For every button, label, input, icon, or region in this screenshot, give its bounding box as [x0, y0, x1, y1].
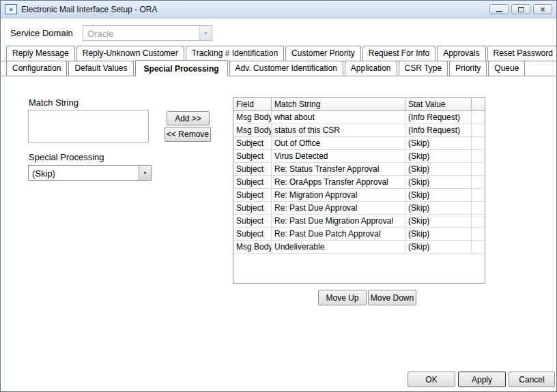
table-row[interactable]: SubjectRe: Past Due Approval(Skip) — [233, 202, 485, 215]
column-header-field[interactable]: Field — [233, 98, 272, 111]
tab-application[interactable]: Application — [345, 61, 397, 76]
cell-field: Subject — [233, 163, 272, 175]
table-row[interactable]: SubjectRe: Status Transfer Approval(Skip… — [233, 163, 485, 176]
window-title: Electronic Mail Interface Setup - ORA — [21, 5, 157, 14]
tab-approvals[interactable]: Approvals — [437, 46, 485, 61]
close-button[interactable]: × — [533, 4, 552, 14]
cell-field: Msg Body — [233, 111, 272, 123]
window-controls: × — [489, 4, 552, 14]
cell-match-string: Virus Detected — [272, 150, 405, 162]
cell-field: Subject — [233, 137, 272, 149]
cell-stat-value: (Skip) — [405, 150, 472, 162]
cell-match-string: Undeliverable — [272, 241, 405, 253]
cell-match-string: status of this CSR — [272, 124, 405, 136]
service-domain-combo: Oracle ▼ — [83, 25, 212, 41]
special-processing-combo[interactable]: (Skip) ▼ — [28, 165, 152, 181]
tab-customer-priority[interactable]: Customer Priority — [285, 46, 361, 61]
service-domain-value: Oracle — [83, 26, 199, 40]
tab-queue[interactable]: Queue — [488, 61, 525, 76]
table-row[interactable]: Msg BodyUndeliverable(Skip) — [233, 241, 485, 254]
cell-stat-value: (Skip) — [405, 189, 472, 201]
tab-control: Reply MessageReply-Unknown CustomerTrack… — [1, 46, 556, 78]
cell-match-string: Re: Status Transfer Approval — [272, 163, 405, 175]
cell-match-string: what about — [272, 111, 405, 123]
titlebar[interactable]: » Electronic Mail Interface Setup - ORA … — [1, 1, 556, 18]
cell-field: Msg Body — [233, 241, 272, 253]
cell-field: Subject — [233, 176, 272, 188]
cell-match-string: Out of Office — [272, 137, 405, 149]
tab-reset-password[interactable]: Reset Password — [487, 46, 557, 61]
tab-configuration[interactable]: Configuration — [6, 61, 67, 76]
cell-stat-value: (Skip) — [405, 137, 472, 149]
close-icon: × — [540, 5, 545, 14]
dialog-window: » Electronic Mail Interface Setup - ORA … — [0, 0, 557, 392]
maximize-icon — [518, 7, 524, 12]
cell-field: Msg Body — [233, 124, 272, 136]
apply-button[interactable]: Apply — [458, 372, 506, 387]
tab-row-2: ConfigurationDefault ValuesSpecial Proce… — [1, 61, 556, 76]
special-processing-label: Special Processing — [29, 152, 104, 162]
table-row[interactable]: SubjectRe: OraApps Transfer Approval(Ski… — [233, 176, 485, 189]
special-processing-value: (Skip) — [29, 166, 139, 180]
match-string-input[interactable] — [28, 110, 149, 143]
remove-button[interactable]: << Remove — [165, 127, 211, 142]
tab-priority[interactable]: Priority — [449, 61, 487, 76]
tab-request-for-info[interactable]: Request For Info — [362, 46, 435, 61]
cell-field: Subject — [233, 228, 272, 240]
table-body: Msg Bodywhat about(Info Request)Msg Body… — [233, 111, 485, 254]
column-header-stat-value[interactable]: Stat Value — [405, 98, 472, 111]
cell-match-string: Re: Past Due Migration Approval — [272, 215, 405, 227]
service-domain-label: Service Domain — [10, 28, 73, 38]
tab-reply-message[interactable]: Reply Message — [6, 46, 75, 61]
cell-stat-value: (Skip) — [405, 241, 472, 253]
tab-tracking-identification[interactable]: Tracking # Identification — [186, 46, 284, 61]
chevron-down-icon[interactable]: ▼ — [139, 166, 151, 180]
cell-stat-value: (Skip) — [405, 228, 472, 240]
match-string-label: Match String — [29, 97, 78, 108]
add-button[interactable]: Add >> — [167, 111, 210, 125]
cell-field: Subject — [233, 215, 272, 227]
app-icon: » — [5, 4, 17, 14]
cell-match-string: Re: OraApps Transfer Approval — [272, 176, 405, 188]
table-row[interactable]: Msg Bodystatus of this CSR(Info Request) — [233, 124, 485, 137]
cell-field: Subject — [233, 202, 272, 214]
chevron-down-icon: ▼ — [199, 26, 212, 40]
tab-default-values[interactable]: Default Values — [68, 61, 133, 76]
tab-csr-type[interactable]: CSR Type — [399, 61, 448, 76]
table-row[interactable]: SubjectRe: Past Due Patch Approval(Skip) — [233, 228, 485, 241]
tab-reply-unknown-customer[interactable]: Reply-Unknown Customer — [76, 46, 184, 61]
column-header-filler — [472, 98, 485, 111]
ok-button[interactable]: OK — [408, 372, 455, 387]
table-row[interactable]: SubjectRe: Past Due Migration Approval(S… — [233, 215, 485, 228]
cell-match-string: Re: Past Due Approval — [272, 202, 405, 214]
tab-row-1: Reply MessageReply-Unknown CustomerTrack… — [1, 46, 556, 61]
cell-stat-value: (Info Request) — [405, 111, 472, 123]
move-down-button[interactable]: Move Down — [368, 290, 416, 305]
maximize-button[interactable] — [511, 4, 530, 14]
table-row[interactable]: SubjectOut of Office(Skip) — [233, 137, 485, 150]
tab-special-processing[interactable]: Special Processing — [135, 60, 228, 76]
cell-stat-value: (Skip) — [405, 176, 472, 188]
table-row[interactable]: SubjectRe: Migration Approval(Skip) — [233, 189, 485, 202]
cancel-button[interactable]: Cancel — [509, 372, 555, 387]
column-header-match-string[interactable]: Match String — [272, 98, 405, 111]
table-header: FieldMatch StringStat Value — [233, 98, 485, 111]
move-up-button[interactable]: Move Up — [318, 290, 367, 305]
cell-stat-value: (Skip) — [405, 202, 472, 214]
tab-adv-customer-identification[interactable]: Adv. Customer Identification — [229, 61, 343, 76]
minimize-icon — [496, 11, 502, 12]
cell-stat-value: (Skip) — [405, 163, 472, 175]
table-row[interactable]: Msg Bodywhat about(Info Request) — [233, 111, 485, 124]
cell-match-string: Re: Past Due Patch Approval — [272, 228, 405, 240]
table-row[interactable]: SubjectVirus Detected(Skip) — [233, 150, 485, 163]
cell-stat-value: (Skip) — [405, 215, 472, 227]
match-rules-table: FieldMatch StringStat Value Msg Bodywhat… — [233, 97, 485, 284]
cell-match-string: Re: Migration Approval — [272, 189, 405, 201]
cell-stat-value: (Info Request) — [405, 124, 472, 136]
minimize-button[interactable] — [489, 4, 509, 14]
cell-field: Subject — [233, 189, 272, 201]
cell-field: Subject — [233, 150, 272, 162]
